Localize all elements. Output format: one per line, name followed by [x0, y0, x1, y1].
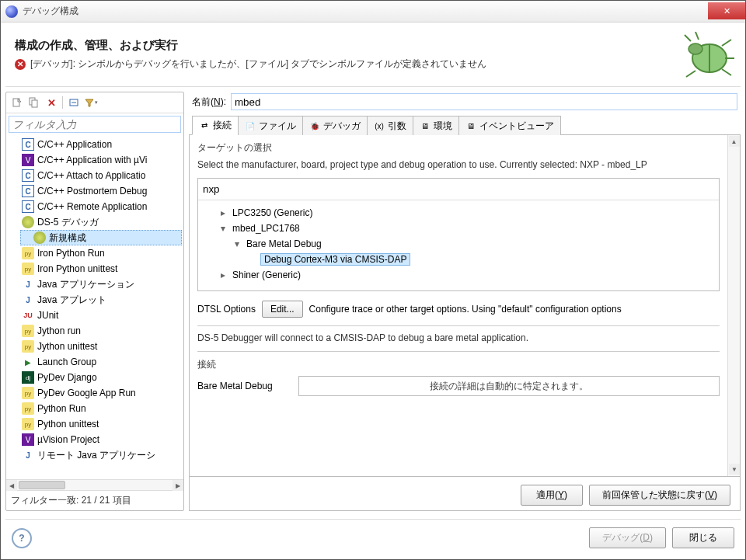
- tab-5[interactable]: 🖥イベントビューア: [458, 116, 561, 135]
- tree-item[interactable]: Jリモート Java アプリケーシ: [20, 447, 182, 463]
- device-tree-row[interactable]: ▾mbed_LPC1768: [204, 221, 714, 236]
- type-icon: C: [22, 138, 34, 151]
- tab-4[interactable]: 🖥環境: [413, 116, 459, 135]
- tree-item[interactable]: pyIron Python Run: [20, 245, 182, 261]
- device-tree-row[interactable]: ▸LPC3250 (Generic): [204, 205, 714, 221]
- tab-label: 引数: [388, 120, 406, 133]
- svg-line-7: [722, 69, 731, 75]
- tree-item[interactable]: pyJython unittest: [20, 339, 182, 354]
- svg-rect-11: [32, 100, 37, 107]
- tree-item[interactable]: JJava アプレット: [20, 292, 182, 308]
- name-label: 名前(N):: [192, 96, 226, 109]
- tree-item[interactable]: CC/C++ Attach to Applicatio: [20, 168, 182, 183]
- tab-label: 接続: [213, 119, 232, 132]
- tree-item[interactable]: JUJUnit: [20, 308, 182, 323]
- device-tree-row[interactable]: Debug Cortex-M3 via CMSIS-DAP: [204, 252, 714, 267]
- duplicate-config-button[interactable]: [26, 95, 42, 110]
- collapse-all-button[interactable]: [66, 95, 82, 110]
- tree-item[interactable]: pyJython run: [20, 323, 182, 339]
- tab-0[interactable]: ⇄接続: [192, 116, 239, 135]
- new-config-button[interactable]: [9, 95, 25, 110]
- dtsl-edit-button[interactable]: Edit...: [262, 301, 303, 318]
- close-window-button[interactable]: ✕: [708, 2, 745, 19]
- header-heading: 構成の作成、管理、および実行: [15, 38, 680, 53]
- revert-button[interactable]: 前回保管した状態に戻す(V): [589, 485, 730, 506]
- connection-details-box: 接続の詳細は自動的に特定されます。: [298, 376, 720, 396]
- header-error: [デバッガ]: シンボルからデバッグを行いましたが、[ファイル] タブでシンボル…: [30, 57, 486, 71]
- device-tree-label: Debug Cortex-M3 via CMSIS-DAP: [260, 253, 410, 266]
- expand-icon[interactable]: ▸: [218, 270, 228, 280]
- dialog-window: デバッグ構成 ✕ 構成の作成、管理、および実行 ✕ [デバッガ]: シンボルから…: [0, 0, 746, 560]
- tree-item-label: Jython unittest: [37, 341, 97, 352]
- tree-item[interactable]: pyIron Python unittest: [20, 261, 182, 277]
- scroll-left-icon[interactable]: ◀: [6, 480, 17, 491]
- config-editor-pane: 名前(N): ⇄接続📄ファイル🐞デバッガ(x)引数🖥環境🖥イベントビューア ター…: [189, 92, 741, 511]
- device-tree-row[interactable]: ▾Bare Metal Debug: [204, 236, 714, 252]
- scroll-up-icon[interactable]: ▲: [729, 136, 740, 147]
- tab-bar: ⇄接続📄ファイル🐞デバッガ(x)引数🖥環境🖥イベントビューア: [189, 115, 741, 135]
- tree-item[interactable]: ▶Launch Group: [20, 354, 182, 370]
- scroll-right-icon[interactable]: ▶: [173, 480, 183, 491]
- tree-item[interactable]: JJava アプリケーション: [20, 277, 182, 292]
- delete-config-button[interactable]: ✕: [44, 95, 59, 110]
- tab-1[interactable]: 📄ファイル: [238, 116, 303, 135]
- type-icon: py: [22, 387, 34, 399]
- tree-item[interactable]: pyPython Run: [20, 401, 182, 416]
- debug-button[interactable]: デバッグ(D): [589, 527, 666, 548]
- tab-icon: (x): [374, 120, 385, 131]
- tree-item[interactable]: pyPython unittest: [20, 416, 182, 432]
- tab-icon: 🐞: [309, 120, 320, 131]
- tab-label: イベントビューア: [479, 120, 554, 133]
- device-tree-label: Bare Metal Debug: [246, 238, 322, 249]
- panel-vscrollbar[interactable]: ▲ ▼: [727, 135, 740, 476]
- svg-line-8: [686, 71, 695, 77]
- tree-item-label: Java アプレット: [37, 294, 106, 307]
- target-box: ▸LPC3250 (Generic)▾mbed_LPC1768▾Bare Met…: [197, 178, 720, 291]
- tree-item[interactable]: VµVision Project: [20, 432, 182, 447]
- target-filter-input[interactable]: [201, 182, 716, 197]
- config-name-input[interactable]: [231, 93, 737, 110]
- help-button[interactable]: ?: [12, 528, 32, 548]
- tree-item-label: Launch Group: [37, 357, 96, 367]
- header: 構成の作成、管理、および実行 ✕ [デバッガ]: シンボルからデバッグを行いまし…: [1, 23, 745, 86]
- scroll-thumb[interactable]: [19, 481, 65, 489]
- apply-button[interactable]: 適用(Y): [521, 485, 583, 506]
- close-button[interactable]: 閉じる: [672, 527, 734, 548]
- type-icon: J: [22, 278, 34, 290]
- type-icon: py: [22, 340, 34, 353]
- expand-icon[interactable]: ▾: [232, 238, 242, 249]
- config-tree[interactable]: CC/C++ ApplicationVC/C++ Application wit…: [6, 135, 183, 479]
- device-tree[interactable]: ▸LPC3250 (Generic)▾mbed_LPC1768▾Bare Met…: [198, 200, 719, 290]
- scroll-down-icon[interactable]: ▼: [729, 464, 740, 475]
- target-section-desc: Select the manufacturer, board, project …: [197, 159, 720, 170]
- svg-line-5: [722, 40, 731, 46]
- tab-label: ファイル: [259, 120, 296, 133]
- type-icon: dj: [22, 371, 34, 384]
- tree-filter-input[interactable]: [9, 116, 181, 133]
- tree-item-label: C/C++ Attach to Applicatio: [37, 170, 145, 181]
- tree-item[interactable]: CC/C++ Application: [20, 137, 182, 152]
- dtsl-desc: Configure trace or other target options.…: [309, 304, 622, 315]
- tab-3[interactable]: (x)引数: [367, 116, 413, 135]
- tree-item[interactable]: 新規構成: [20, 230, 182, 245]
- tab-label: 環境: [434, 120, 452, 133]
- tree-item[interactable]: CC/C++ Remote Application: [20, 199, 182, 214]
- tree-item[interactable]: CC/C++ Postmortem Debug: [20, 183, 182, 199]
- tree-hscrollbar[interactable]: ◀ ▶: [6, 479, 183, 490]
- filter-menu-button[interactable]: ▾: [83, 95, 99, 110]
- tab-2[interactable]: 🐞デバッガ: [302, 116, 368, 135]
- svg-line-4: [695, 32, 699, 40]
- type-icon: V: [22, 154, 34, 166]
- device-tree-row[interactable]: ▸Shiner (Generic): [204, 267, 714, 283]
- tree-item-label: Iron Python unittest: [37, 263, 117, 274]
- tree-item[interactable]: djPyDev Django: [20, 370, 182, 385]
- device-tree-label: mbed_LPC1768: [232, 223, 300, 234]
- expand-icon[interactable]: ▸: [218, 207, 228, 218]
- expand-icon[interactable]: ▾: [218, 223, 228, 234]
- tree-item[interactable]: VC/C++ Application with µVi: [20, 152, 182, 168]
- tree-item-label: JUnit: [37, 310, 58, 321]
- tree-item[interactable]: DS-5 デバッガ: [20, 214, 182, 230]
- tab-icon: 🖥: [465, 120, 476, 131]
- tree-item[interactable]: pyPyDev Google App Run: [20, 385, 182, 401]
- type-icon: JU: [22, 309, 34, 322]
